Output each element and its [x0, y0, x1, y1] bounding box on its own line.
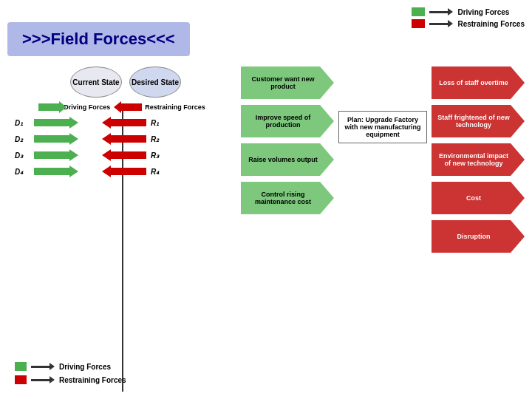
forces-label-row: Driving Forces Restraining Forces — [7, 103, 236, 111]
middle-chevrons-col: Customer want new product Improve speed … — [241, 66, 334, 392]
r1-arrow — [102, 117, 146, 129]
arrow-row-1: D₁ R₁ — [15, 117, 236, 129]
r3-label: R₃ — [151, 151, 159, 160]
arrow-row-4: D₄ R₄ — [15, 166, 236, 177]
desired-state: Desired State — [129, 66, 181, 98]
chevron-red-2: Staff frightened of new technology — [432, 105, 525, 137]
bottom-legend-restraining: Restraining Forces — [15, 375, 126, 384]
current-state: Current State — [70, 66, 122, 98]
legend-restraining-label: Restraining Forces — [457, 20, 525, 28]
d1-arrow — [34, 117, 78, 129]
main-area: Current State Desired State Driving Forc… — [7, 66, 525, 392]
bl-driving-arrow — [31, 363, 55, 370]
arrow-row-2: D₂ R₂ — [15, 133, 236, 145]
chevron-red-3: Environmental impact of new technology — [432, 143, 525, 176]
page-title: >>>Field Forces<<< — [7, 22, 190, 56]
d2-arrow — [34, 133, 78, 145]
plan-box: Plan: Upgrade Factory with new manufactu… — [338, 111, 427, 143]
driving-color-box — [412, 7, 425, 16]
legend-restraining: Restraining Forces — [412, 19, 525, 28]
forces-restraining-label: Restraining Forces — [145, 103, 205, 111]
arrow-row-3: D₃ R₃ — [15, 149, 236, 161]
bl-driving-label: Driving Forces — [59, 363, 111, 371]
r4-arrow — [102, 166, 146, 177]
r2-label: R₂ — [151, 135, 159, 143]
chevron-red-1: Loss of staff overtime — [432, 66, 525, 99]
restraining-color-box — [412, 19, 425, 28]
legend-top: Driving Forces Restraining Forces — [412, 7, 525, 28]
d4-arrow — [34, 166, 78, 177]
bl-driving-box — [15, 362, 27, 371]
forces-driving-label: Driving Forces — [64, 103, 110, 111]
r2-arrow — [102, 133, 146, 145]
right-chevrons-col: Loss of staff overtime Staff frightened … — [432, 66, 525, 392]
d1-label: D₁ — [15, 119, 30, 127]
legend-driving-label: Driving Forces — [457, 8, 509, 16]
chevron-red-4: Cost — [432, 182, 525, 214]
d2-label: D₂ — [15, 135, 30, 143]
bottom-legend-driving: Driving Forces — [15, 362, 126, 371]
chevron-green-2: Improve speed of production — [241, 105, 334, 137]
r1-label: R₁ — [151, 119, 159, 127]
restraining-arrow-icon — [120, 103, 142, 111]
chevron-red-5: Disruption — [432, 220, 525, 253]
chevron-green-4: Control rising maintenance cost — [241, 182, 334, 214]
r4-label: R₄ — [151, 168, 159, 176]
legend-driving: Driving Forces — [412, 7, 525, 16]
d3-label: D₃ — [15, 151, 30, 160]
r3-arrow — [102, 149, 146, 161]
states-row: Current State Desired State — [15, 66, 236, 98]
bottom-legend: Driving Forces Restraining Forces — [15, 362, 126, 384]
center-right-wrapper: Customer want new product Improve speed … — [241, 66, 525, 392]
bl-restraining-arrow — [31, 376, 55, 383]
driving-arrow-icon — [38, 103, 61, 111]
left-panel: Current State Desired State Driving Forc… — [7, 66, 236, 392]
chevron-green-1: Customer want new product — [241, 66, 334, 99]
bl-restraining-box — [15, 375, 27, 384]
chevron-green-3: Raise volumes output — [241, 143, 334, 176]
d4-label: D₄ — [15, 168, 30, 176]
bl-restraining-label: Restraining Forces — [59, 376, 126, 384]
d3-arrow — [34, 149, 78, 161]
